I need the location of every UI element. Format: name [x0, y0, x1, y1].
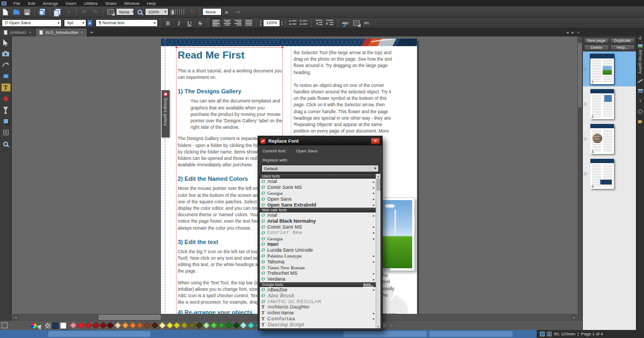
- color-swatch[interactable]: [166, 322, 173, 329]
- prev-tab-button[interactable]: ◂: [566, 30, 568, 35]
- color-swatch[interactable]: [218, 322, 225, 329]
- close-tab-icon[interactable]: ×: [80, 30, 83, 35]
- fonts-gallery-icon[interactable]: T: [638, 98, 643, 104]
- stroke-width-dropdown[interactable]: None▾: [116, 8, 134, 16]
- delete-button[interactable]: ×: [64, 7, 74, 17]
- zoom-level-dropdown[interactable]: 100%▾: [145, 8, 169, 16]
- undo-button[interactable]: ↶: [79, 7, 89, 17]
- menu-item[interactable]: Insert: [62, 1, 80, 6]
- text-tool[interactable]: T: [1, 83, 11, 92]
- next-tab-button[interactable]: ▸: [572, 30, 574, 35]
- redo-button[interactable]: ↷: [90, 7, 100, 17]
- expand-page-icon[interactable]: ▷: [584, 67, 588, 71]
- scrollbar-thumb[interactable]: [578, 43, 582, 107]
- format-button[interactable]: B: [163, 18, 173, 28]
- new-tab-button[interactable]: +: [87, 28, 96, 36]
- line-spacing-field[interactable]: 120%: [263, 19, 280, 27]
- color-swatch[interactable]: [151, 322, 158, 329]
- font-list-item[interactable]: O Arial ▸: [260, 179, 376, 185]
- theme-color-swatch[interactable]: [52, 322, 58, 329]
- text-options-button[interactable]: [352, 18, 361, 28]
- close-dialog-button[interactable]: ×: [371, 138, 380, 144]
- color-swatch[interactable]: [92, 322, 99, 329]
- color-swatch[interactable]: [137, 322, 144, 329]
- photo-tool[interactable]: [1, 49, 11, 58]
- font-list-item[interactable]: O Trebuchet MS ▸: [260, 270, 376, 276]
- vertical-scrollbar[interactable]: [577, 36, 582, 321]
- font-list-item[interactable]: T Dancing Script: [260, 321, 376, 327]
- bullet-list-button[interactable]: [288, 18, 298, 28]
- color-swatch[interactable]: [85, 322, 92, 329]
- page-thumbnail-row[interactable]: ▷ 2.: [583, 86, 636, 121]
- feather-slider[interactable]: [171, 9, 185, 14]
- bitmap-gallery-tab[interactable]: Bitmap gallery: [638, 42, 643, 76]
- font-list-item[interactable]: O Arial ▸: [260, 212, 376, 218]
- document-tab[interactable]: XLD_Introduction ×: [35, 28, 87, 36]
- rectangle-tool[interactable]: [1, 72, 11, 80]
- color-swatch[interactable]: [70, 322, 77, 329]
- color-swatch[interactable]: [233, 322, 240, 329]
- font-list-item[interactable]: T Architects Daughter: [260, 304, 376, 310]
- numbered-list-button[interactable]: [299, 18, 309, 28]
- new-document-button[interactable]: [1, 7, 10, 17]
- layer-gallery-icon[interactable]: [638, 88, 643, 94]
- font-list-scrollbar[interactable]: ▴ ▾: [376, 174, 380, 328]
- expand-page-icon[interactable]: ▷: [584, 101, 588, 106]
- font-list-item[interactable]: O Open Sans ▸: [260, 196, 376, 202]
- font-list-item[interactable]: O Arial Black Normalny: [260, 218, 376, 224]
- font-list-item[interactable]: O Courier New ▸: [260, 230, 376, 236]
- font-list-item[interactable]: T Comfortaa ▸: [260, 316, 376, 322]
- transform-button[interactable]: [106, 7, 115, 17]
- save-button[interactable]: [22, 7, 32, 17]
- color-swatch[interactable]: [144, 322, 151, 329]
- font-family-dropdown[interactable]: O Open Sans ▾: [2, 19, 62, 27]
- taskbar-button[interactable]: [48, 331, 150, 337]
- font-size-dropdown[interactable]: 9pt▾: [64, 19, 86, 27]
- menu-item[interactable]: Utilities: [80, 1, 101, 6]
- color-swatch[interactable]: [173, 322, 180, 329]
- line-spacing-stepper[interactable]: ▴▾: [281, 20, 283, 26]
- format-button[interactable]: S: [195, 18, 205, 28]
- close-document-button[interactable]: ×: [577, 30, 580, 35]
- font-list-item[interactable]: O Impact: [260, 241, 376, 247]
- color-swatch[interactable]: [225, 322, 232, 329]
- paste-button[interactable]: [53, 7, 63, 17]
- font-list-item[interactable]: O Comic Sans MS ▸: [260, 185, 376, 190]
- push-arrow-button[interactable]: ➔: [233, 7, 243, 17]
- scrollbar-thumb[interactable]: [377, 179, 380, 190]
- snap-to-objects-button[interactable]: ∩: [187, 7, 197, 17]
- page-thumbnail-row[interactable]: ▷ 3.: [583, 121, 636, 156]
- contour-tool[interactable]: [1, 128, 11, 137]
- color-swatch[interactable]: [388, 322, 395, 329]
- font-list-item[interactable]: O Amatic SC Regular: [260, 298, 376, 304]
- shadow-tool[interactable]: [1, 117, 11, 126]
- add-google-fonts-link[interactable]: Add...: [363, 283, 374, 286]
- color-swatch[interactable]: [100, 322, 107, 329]
- menu-item[interactable]: Window: [120, 1, 143, 6]
- transparency-tool[interactable]: [1, 106, 11, 114]
- font-list-item[interactable]: O Tahoma ▸: [260, 259, 376, 264]
- scroll-right-icon[interactable]: ▸: [571, 315, 577, 320]
- page-thumbnail[interactable]: 2.: [590, 89, 614, 119]
- taskbar-button[interactable]: [429, 331, 513, 337]
- page-thumbnail[interactable]: 3.: [590, 124, 614, 154]
- align-right-button[interactable]: [233, 18, 243, 28]
- font-list-item[interactable]: O Lucida Sans Unicode: [260, 247, 376, 253]
- menu-item[interactable]: Share: [101, 1, 120, 6]
- panel-button[interactable]: Help...: [610, 45, 635, 50]
- color-swatch[interactable]: [240, 322, 247, 329]
- align-center-button[interactable]: [222, 18, 232, 28]
- scroll-up-icon[interactable]: ▴: [377, 174, 379, 178]
- scroll-down-icon[interactable]: ▾: [377, 325, 379, 328]
- color-swatch[interactable]: [122, 322, 129, 329]
- align-justify-button[interactable]: [244, 18, 253, 28]
- shape-editor-tool[interactable]: [1, 61, 11, 69]
- expand-page-icon[interactable]: ▷: [584, 171, 588, 176]
- color-swatch[interactable]: [77, 322, 84, 329]
- outdent-button[interactable]: [314, 18, 324, 28]
- scroll-left-icon[interactable]: ◂: [12, 315, 19, 320]
- indent-button[interactable]: [325, 18, 335, 28]
- align-left-button[interactable]: [211, 18, 221, 28]
- page-thumbnail-row[interactable]: ▷ 1.: [583, 52, 636, 86]
- color-swatch[interactable]: [181, 322, 188, 329]
